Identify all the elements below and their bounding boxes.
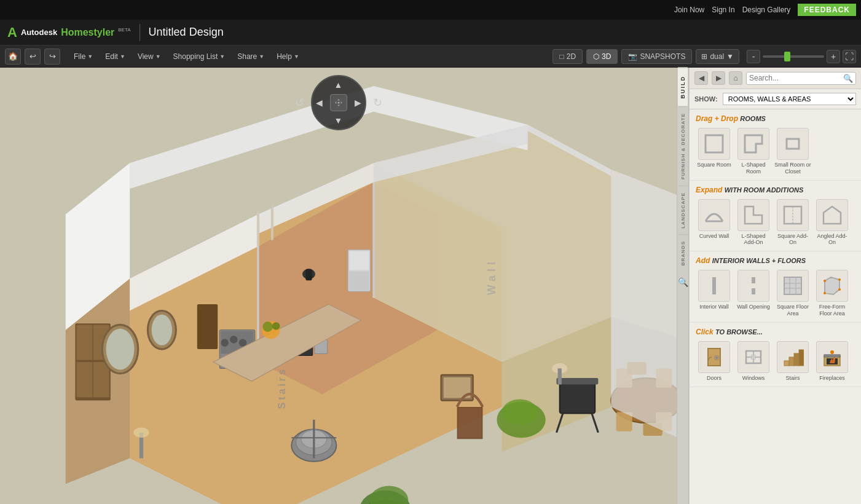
svg-point-35: [262, 321, 273, 332]
view-2d-button[interactable]: □ 2D: [552, 49, 583, 64]
nav-right-button[interactable]: ▶: [355, 98, 361, 108]
curved-wall-item[interactable]: Curved Wall: [696, 199, 733, 246]
svg-point-28: [221, 339, 229, 347]
zoom-out-button[interactable]: -: [747, 50, 760, 63]
nav-home-button[interactable]: ⌂: [729, 71, 742, 85]
wall-label: Wall: [486, 258, 498, 295]
feedback-button[interactable]: FEEDBACK: [798, 4, 856, 16]
svg-marker-90: [825, 277, 839, 294]
svg-rect-65: [305, 269, 312, 281]
drag-drop-section: Drag + Drop Rooms Square Room: [690, 109, 861, 181]
nav-up-button[interactable]: ▲: [334, 80, 343, 90]
build-tab[interactable]: BUILD: [678, 68, 688, 106]
angled-addon-item[interactable]: Angled Add-On: [814, 199, 851, 246]
svg-marker-75: [745, 135, 762, 152]
dual-view-button[interactable]: ⊞ dual ▼: [696, 49, 739, 64]
landscape-tab[interactable]: LANDSCAPE: [678, 186, 688, 235]
windows-item[interactable]: Windows: [735, 341, 772, 382]
wall-opening-label: Wall Opening: [737, 304, 770, 310]
show-select-dropdown[interactable]: ROOMS, WALLS & AREAS: [723, 93, 856, 105]
menu-bar: 🏠 ↩ ↪ File ▼ Edit ▼ View ▼ Shopping List…: [0, 45, 861, 68]
fullscreen-button[interactable]: ⛶: [843, 50, 856, 63]
brands-tab[interactable]: BRANDS: [678, 234, 688, 272]
nav-left-button[interactable]: ◀: [316, 98, 323, 108]
svg-point-96: [715, 356, 718, 359]
square-floor-item[interactable]: Square Floor Area: [774, 270, 811, 317]
show-filter: SHOW: ROOMS, WALLS & AREAS: [690, 89, 861, 109]
share-arrow-icon: ▼: [259, 53, 264, 60]
svg-rect-68: [257, 211, 259, 246]
interior-wall-item[interactable]: Interior Wall: [696, 270, 733, 317]
interior-wall-icon: [698, 270, 730, 302]
sign-in-link[interactable]: Sign In: [712, 6, 734, 14]
search-input[interactable]: [749, 74, 843, 82]
stairs-label: Stairs: [785, 375, 800, 382]
show-label: SHOW:: [694, 95, 718, 103]
windows-label: Windows: [742, 375, 765, 382]
menu-help[interactable]: Help ▼: [270, 49, 305, 65]
nav-down-button[interactable]: ▼: [334, 116, 343, 125]
square-room-item[interactable]: Square Room: [696, 128, 733, 175]
l-shaped-room-item[interactable]: L-Shaped Room: [735, 128, 772, 175]
menu-file[interactable]: File ▼: [68, 49, 99, 65]
rotate-right-button[interactable]: ↻: [373, 96, 382, 109]
svg-rect-69: [271, 205, 273, 240]
fireplaces-item[interactable]: Fireplaces: [814, 341, 851, 382]
design-gallery-link[interactable]: Design Gallery: [742, 6, 791, 14]
shopping-arrow-icon: ▼: [219, 53, 225, 60]
curved-wall-label: Curved Wall: [699, 233, 729, 240]
interior-suffix: Interior Walls + Floors: [712, 257, 806, 264]
panel-header: ◀ ▶ ⌂ 🔍: [690, 68, 861, 89]
svg-rect-106: [799, 350, 804, 366]
nav-back-button[interactable]: ◀: [694, 71, 708, 85]
design-title: Untitled Design: [149, 26, 224, 39]
help-arrow-icon: ▼: [294, 53, 299, 60]
redo-button[interactable]: ↪: [44, 49, 60, 65]
square-addon-label: Square Add-On: [774, 233, 811, 246]
furnish-tab[interactable]: FURNISH & DECORATE: [678, 106, 688, 186]
small-room-item[interactable]: Small Room or Closet: [774, 128, 811, 175]
zoom-in-button[interactable]: +: [827, 50, 840, 63]
menu-icons: 🏠 ↩ ↪: [5, 49, 60, 65]
drag-drop-title: Drag + Drop Rooms: [696, 114, 855, 123]
l-shaped-addon-label: L-Shaped Add-On: [735, 233, 772, 246]
svg-rect-15: [77, 325, 93, 360]
2d-icon: □: [559, 52, 564, 61]
freeform-floor-item[interactable]: Free-Form Floor Area: [814, 270, 851, 317]
l-shaped-room-icon: [737, 128, 769, 160]
svg-point-48: [502, 400, 538, 425]
brand-logo: A Autodesk Homestyler BETA: [7, 25, 131, 41]
join-now-link[interactable]: Join Now: [674, 6, 704, 14]
zoom-slider[interactable]: [763, 55, 824, 58]
zoom-bar: - + ⛶: [747, 50, 856, 63]
nav-center[interactable]: [330, 94, 347, 111]
interior-section: Add Interior Walls + Floors Interior Wal…: [690, 251, 861, 323]
doors-item[interactable]: Doors: [696, 341, 733, 382]
right-panel: ◀ ▶ ⌂ 🔍 SHOW: ROOMS, WALLS & AREAS Drag …: [689, 68, 861, 504]
svg-rect-103: [784, 361, 789, 366]
rotate-left-button[interactable]: ↺: [295, 96, 304, 109]
expand-title: Expand with Room Additions: [696, 186, 855, 194]
wall-opening-item[interactable]: Wall Opening: [735, 270, 772, 317]
undo-button[interactable]: ↩: [25, 49, 41, 65]
search-tab[interactable]: 🔍: [678, 272, 688, 292]
svg-rect-104: [789, 357, 794, 366]
l-shaped-addon-item[interactable]: L-Shaped Add-On: [735, 199, 772, 246]
home-icon-button[interactable]: 🏠: [5, 49, 21, 65]
zoom-track: [763, 55, 824, 58]
view-3d-button[interactable]: ⬡ 3D: [586, 49, 618, 64]
square-addon-item[interactable]: Square Add-On: [774, 199, 811, 246]
zoom-thumb[interactable]: [784, 52, 790, 61]
snapshots-button[interactable]: 📷 SNAPSHOTS: [621, 49, 692, 64]
wall-opening-icon: [737, 270, 769, 302]
stairs-item[interactable]: Stairs: [774, 341, 811, 382]
menu-view[interactable]: View ▼: [132, 49, 167, 65]
menu-shopping-list[interactable]: Shopping List ▼: [167, 49, 232, 65]
interior-wall-label: Interior Wall: [699, 304, 729, 310]
search-submit-icon[interactable]: 🔍: [843, 74, 853, 83]
navigation-control: ↺ ▲ ▼ ◀ ▶ ↻: [311, 75, 366, 130]
nav-forward-button[interactable]: ▶: [712, 71, 725, 85]
svg-rect-74: [706, 135, 723, 152]
menu-edit[interactable]: Edit ▼: [99, 49, 132, 65]
menu-share[interactable]: Share ▼: [231, 49, 270, 65]
